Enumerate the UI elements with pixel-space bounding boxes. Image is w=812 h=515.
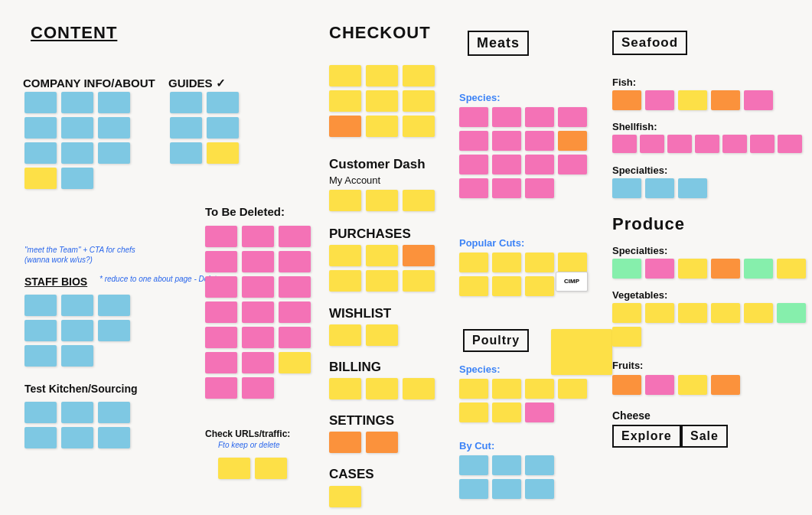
sticky-sf-4 [695,135,719,153]
sticky-staff-2 [61,295,93,316]
sticky-staff-5 [61,320,93,341]
fruits-label: Fruits: [612,360,643,371]
staff-bios-label: STAFF BIOS [24,275,87,288]
sale-button[interactable]: Sale [681,425,728,448]
sticky-sp-prod-1 [612,259,641,279]
sticky-cases-1 [329,486,361,507]
sticky-sp-7 [525,403,554,422]
sticky-meat-1 [459,107,488,127]
sticky-guide-yellow [207,142,239,164]
sticky-meat-5 [459,131,488,151]
produce-label: Produce [612,214,685,234]
sticky-sp-3 [525,379,554,399]
sticky-del-3 [279,226,311,247]
sticky-veg-2 [645,303,674,323]
sticky-del-1 [205,226,237,247]
sticky-co-1 [329,65,361,86]
sticky-blue-3 [24,117,57,139]
species-meats-label: Species: [459,92,500,103]
sticky-bc-2 [492,455,521,475]
sticky-pur-2 [366,245,398,266]
sticky-fr-3 [678,375,707,395]
reduce-annotation: * reduce to one about page - Delete [99,274,220,284]
sticky-sp-prod-3 [678,259,707,279]
sticky-bc-3 [525,455,554,475]
sticky-blue-5 [24,142,57,164]
sticky-blue-4 [61,117,93,139]
sticky-co-2 [366,65,398,86]
sticky-blue-1 [24,92,57,113]
sticky-meat-10 [492,155,521,174]
specialties-produce-label: Specialties: [612,245,667,256]
content-label: CONTENT [31,23,117,43]
sticky-wl-1 [329,324,361,346]
sticky-fr-4 [711,375,740,395]
sticky-tk-3 [98,402,130,423]
sticky-meat-11 [525,155,554,174]
sticky-del-13 [205,327,237,348]
sticky-tk-4 [24,427,57,448]
sticky-guide-1 [170,92,202,113]
sticky-blue-10 [98,142,130,164]
sticky-meat-8 [558,131,587,151]
sticky-del-2 [242,226,274,247]
sticky-sp-5 [459,403,488,422]
sticky-pur-5 [366,270,398,292]
sticky-blue-8 [98,117,130,139]
sticky-meat-6 [492,131,521,151]
sticky-del-4 [205,251,237,272]
sticky-co-orange [329,116,361,137]
sticky-del-16 [205,352,237,373]
species-poultry-label: Species: [459,363,500,375]
shellfish-label: Shellfish: [612,121,657,132]
settings-label: SETTINGS [329,413,394,429]
purchases-label: PURCHASES [329,227,411,242]
sticky-co-7 [366,116,398,137]
sticky-pur-1 [329,245,361,266]
sticky-sp-prod-6 [777,259,806,279]
sticky-bc-6 [525,479,554,499]
sticky-del-15 [279,327,311,348]
meats-label: Meats [468,31,529,56]
sticky-sf-2 [640,135,664,153]
sticky-del-12 [279,302,311,323]
sticky-pur-6 [403,270,435,292]
sticky-bill-1 [329,378,361,399]
sticky-sf-3 [667,135,692,153]
sticky-sp-prod-5 [744,259,773,279]
sticky-co-3 [403,65,435,86]
sticky-co-4 [329,90,361,112]
sticky-blue-9 [61,168,93,189]
keep-delete-annotation: Fto keep or delete [218,440,280,450]
sticky-del-5 [242,251,274,272]
sticky-meat-12 [558,155,587,174]
sticky-veg-4 [711,303,740,323]
company-info-label: COMPANY INFO/ABOUT [23,77,155,90]
sticky-fish-2 [645,90,674,110]
sticky-pc-3 [525,253,554,272]
sticky-meat-7 [525,131,554,151]
wishlist-label: WISHLIST [329,306,391,321]
sticky-meat-4 [558,107,587,127]
sticky-fr-2 [645,375,674,395]
sticky-tk-1 [24,402,57,423]
customer-dash-label: Customer Dash [329,157,426,172]
sticky-meat-3 [525,107,554,127]
sticky-staff-8 [61,345,93,367]
sticky-spec-2 [645,178,674,198]
sticky-cd-1 [329,190,361,211]
meet-team-annotation: "meet the Team" + CTA for chefs (wanna w… [24,245,162,265]
sticky-sp-1 [459,379,488,399]
explore-button[interactable]: Explore [612,425,681,448]
sticky-co-8 [403,116,435,137]
specialties-seafood-label: Specialties: [612,165,667,176]
sticky-del-10 [205,302,237,323]
sticky-guide-5 [170,142,202,164]
sticky-pc-7 [525,276,554,296]
check-urls-label: Check URLs/traffic: [205,429,290,439]
sticky-del-17 [242,352,274,373]
sticky-staff-3 [98,295,130,316]
sticky-bc-4 [459,479,488,499]
sticky-spec-3 [678,178,707,198]
my-account-label: My Account [329,174,380,186]
